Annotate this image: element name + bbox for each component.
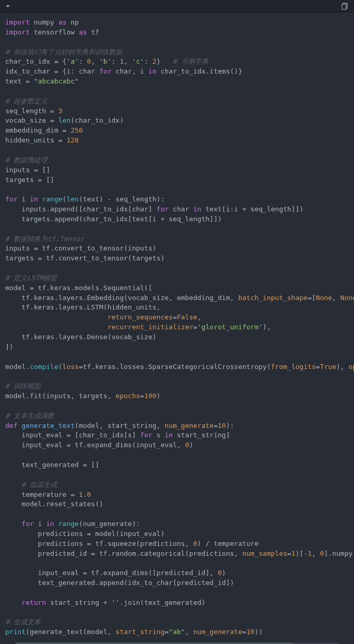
comment: # 假设我们有了分好的字典和训练数据 — [5, 48, 122, 56]
keyword: import — [5, 18, 30, 26]
code-content: import numpy as np import tensorflow as … — [0, 13, 354, 642]
copy-icon[interactable] — [341, 3, 349, 10]
code-block: import numpy as np import tensorflow as … — [0, 0, 354, 644]
svg-rect-1 — [342, 4, 346, 9]
chevron-down-icon[interactable] — [5, 4, 10, 9]
code-header — [0, 0, 354, 13]
